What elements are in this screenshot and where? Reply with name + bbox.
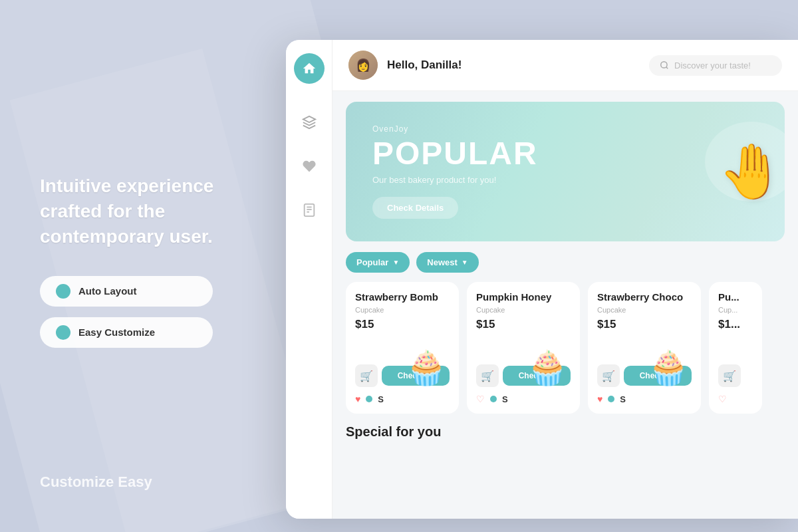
filter-newest[interactable]: Newest ▼ xyxy=(416,252,478,273)
special-title: Special for you xyxy=(346,424,785,440)
product-type-2: Cupcake xyxy=(476,306,571,314)
auto-layout-pill[interactable]: Auto Layout xyxy=(40,276,213,307)
app-window: 👩 Hello, Danilla! Discover your taste! O… xyxy=(286,40,798,519)
dot-indicator-1 xyxy=(366,396,372,402)
cupcake-emoji-2: 🧁 xyxy=(517,338,577,398)
dot-indicator-3 xyxy=(608,396,614,402)
products-row: Strawberry Bomb Cupcake $15 🧁 🛒 Checkout… xyxy=(346,282,785,414)
hero-decoration: 🤚 xyxy=(678,102,785,241)
content-area: OvenJoy POPULAR Our best bakery product … xyxy=(332,91,798,519)
hero-cta-button[interactable]: Check Details xyxy=(372,197,458,219)
svg-point-4 xyxy=(661,62,667,68)
home-icon xyxy=(302,61,317,76)
bottom-text: Customize Easy xyxy=(40,473,152,492)
liked-icon-1: ♥ xyxy=(355,394,360,404)
pill-label-2: Easy Customize xyxy=(78,327,155,338)
cupcake-image-3: 🧁 xyxy=(638,338,698,398)
avatar: 👩 xyxy=(348,51,378,80)
filter-popular-label: Popular xyxy=(356,257,388,267)
product-card-3: Strawberry Choco Cupcake $15 🧁 🛒 Checkou… xyxy=(588,282,701,414)
cupcake-emoji-3: 🧁 xyxy=(638,338,698,398)
product-card-4: Pu... Cup... $1... 🛒 ♡ xyxy=(709,282,762,414)
search-placeholder: Discover your taste! xyxy=(674,61,751,70)
filter-popular[interactable]: Popular ▼ xyxy=(346,252,410,273)
main-content: 👩 Hello, Danilla! Discover your taste! O… xyxy=(332,40,798,519)
sidebar xyxy=(286,40,332,519)
product-image-area-2: $15 🧁 xyxy=(476,318,571,364)
pill-dot-2 xyxy=(56,325,70,340)
pill-label-1: Auto Layout xyxy=(78,285,137,297)
product-image-area-4: $1... xyxy=(718,318,753,364)
sidebar-item-orders[interactable] xyxy=(297,198,321,222)
product-price-4: $1... xyxy=(718,318,753,331)
left-panel: Intuitive experience crafted for the con… xyxy=(0,0,286,532)
greeting: Hello, Danilla! xyxy=(387,59,640,72)
liked-icon-3: ♥ xyxy=(597,394,602,404)
pill-dot-1 xyxy=(56,284,70,299)
cart-button-4[interactable]: 🛒 xyxy=(718,364,741,387)
product-name-2: Pumpkin Honey xyxy=(476,291,571,303)
chevron-down-icon: ▼ xyxy=(392,259,399,266)
product-card-1: Strawberry Bomb Cupcake $15 🧁 🛒 Checkout… xyxy=(346,282,459,414)
liked-icon-4: ♡ xyxy=(718,394,727,404)
filter-newest-label: Newest xyxy=(427,257,458,267)
filters-row: Popular ▼ Newest ▼ xyxy=(346,252,785,273)
layers-icon xyxy=(302,115,317,130)
product-price-3: $15 xyxy=(597,318,692,331)
product-image-area-3: $15 🧁 xyxy=(597,318,692,364)
headline: Intuitive experience crafted for the con… xyxy=(40,174,246,249)
sidebar-item-layers[interactable] xyxy=(297,110,321,134)
product-price-1: $15 xyxy=(355,318,450,331)
product-name-4: Pu... xyxy=(718,291,753,303)
product-card-2: Pumpkin Honey Cupcake $15 🧁 🛒 Checkout ♡ xyxy=(467,282,580,414)
cart-button-2[interactable]: 🛒 xyxy=(476,364,499,387)
cart-button-3[interactable]: 🛒 xyxy=(597,364,620,387)
s-badge-2: S xyxy=(502,394,508,404)
easy-customize-pill[interactable]: Easy Customize xyxy=(40,317,213,348)
cupcake-emoji-1: 🧁 xyxy=(396,338,456,398)
dot-indicator-2 xyxy=(490,396,497,402)
sidebar-item-favorites[interactable] xyxy=(297,154,321,178)
product-type-4: Cup... xyxy=(718,306,753,314)
product-type-3: Cupcake xyxy=(597,306,692,314)
product-price-2: $15 xyxy=(476,318,571,331)
product-footer-4: ♡ xyxy=(718,394,753,404)
product-type-1: Cupcake xyxy=(355,306,450,314)
chevron-down-icon-2: ▼ xyxy=(462,259,468,266)
search-icon xyxy=(660,61,669,70)
search-bar[interactable]: Discover your taste! xyxy=(649,55,782,76)
cart-button-1[interactable]: 🛒 xyxy=(355,364,378,387)
sidebar-item-home[interactable] xyxy=(294,53,325,84)
product-image-area-1: $15 🧁 xyxy=(355,318,450,364)
cupcake-image-1: 🧁 xyxy=(396,338,456,398)
hero-banner: OvenJoy POPULAR Our best bakery product … xyxy=(346,102,785,241)
product-name-3: Strawberry Choco xyxy=(597,291,692,303)
liked-icon-2: ♡ xyxy=(476,394,485,404)
arm-emoji: 🤚 xyxy=(718,140,785,203)
s-badge-3: S xyxy=(620,394,626,404)
product-actions-4: 🛒 xyxy=(718,364,753,387)
header: 👩 Hello, Danilla! Discover your taste! xyxy=(332,40,798,91)
product-name-1: Strawberry Bomb xyxy=(355,291,450,303)
receipt-icon xyxy=(302,203,317,217)
cupcake-image-2: 🧁 xyxy=(517,338,577,398)
special-section: Special for you xyxy=(346,424,785,440)
avatar-image: 👩 xyxy=(348,51,378,80)
heart-icon xyxy=(302,159,317,174)
s-badge-1: S xyxy=(378,394,384,404)
